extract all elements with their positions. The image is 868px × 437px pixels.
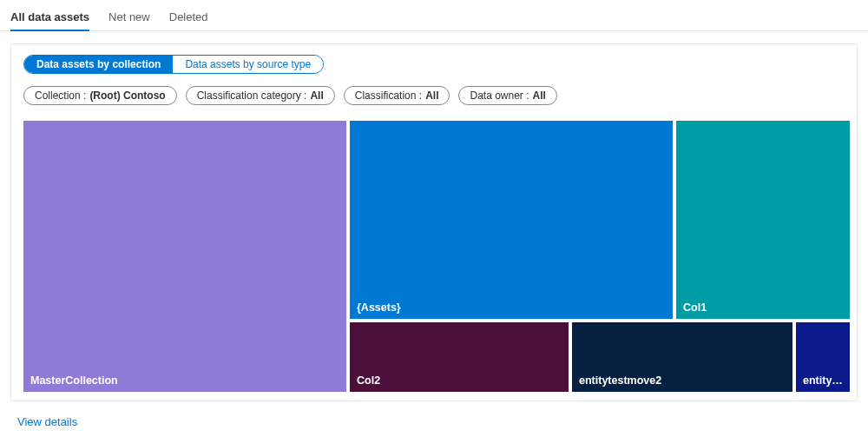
treemap-tile-label: Col1 xyxy=(683,301,707,314)
treemap-chart: MasterCollection{Assets}Col1Col2entityte… xyxy=(23,121,850,392)
filter-value: All xyxy=(310,89,323,102)
filter-classification[interactable]: Classification : All xyxy=(344,86,450,105)
treemap-tile[interactable]: entitytestmove2 xyxy=(572,322,792,392)
tab-deleted[interactable]: Deleted xyxy=(169,5,208,30)
filter-value: All xyxy=(533,89,546,102)
treemap-tile-label: MasterCollection xyxy=(30,374,118,387)
filter-collection[interactable]: Collection : (Root) Contoso xyxy=(23,86,177,105)
filter-label: Data owner : xyxy=(470,89,529,102)
filter-value: (Root) Contoso xyxy=(89,89,165,102)
tab-net-new[interactable]: Net new xyxy=(108,5,150,30)
filter-classification-category[interactable]: Classification category : All xyxy=(186,86,335,105)
view-toggle-group: Data assets by collection Data assets by… xyxy=(23,55,324,74)
treemap-tile-label: entitytestmov... xyxy=(803,374,843,387)
tab-bar: All data assets Net new Deleted xyxy=(0,0,868,31)
treemap-tile-label: {Assets} xyxy=(357,301,401,314)
treemap-tile-label: Col2 xyxy=(357,374,380,387)
toggle-by-source-type[interactable]: Data assets by source type xyxy=(173,56,323,73)
treemap-tile[interactable]: MasterCollection xyxy=(23,121,346,392)
treemap-tile[interactable]: entitytestmov... xyxy=(796,322,850,392)
toggle-by-collection[interactable]: Data assets by collection xyxy=(24,56,173,73)
filter-label: Collection : xyxy=(35,89,86,102)
treemap-tile[interactable]: Col1 xyxy=(676,121,850,319)
filter-row: Collection : (Root) Contoso Classificati… xyxy=(23,86,845,105)
tab-all-data-assets[interactable]: All data assets xyxy=(10,5,89,30)
treemap-tile[interactable]: {Assets} xyxy=(350,121,673,319)
filter-value: All xyxy=(425,89,438,102)
treemap-tile-label: entitytestmove2 xyxy=(579,374,661,387)
filter-label: Classification category : xyxy=(197,89,307,102)
filter-data-owner[interactable]: Data owner : All xyxy=(458,86,556,105)
treemap-tile[interactable]: Col2 xyxy=(350,322,569,392)
filter-label: Classification : xyxy=(355,89,422,102)
view-details-link[interactable]: View details xyxy=(17,415,77,428)
chart-card: Data assets by collection Data assets by… xyxy=(10,43,858,401)
